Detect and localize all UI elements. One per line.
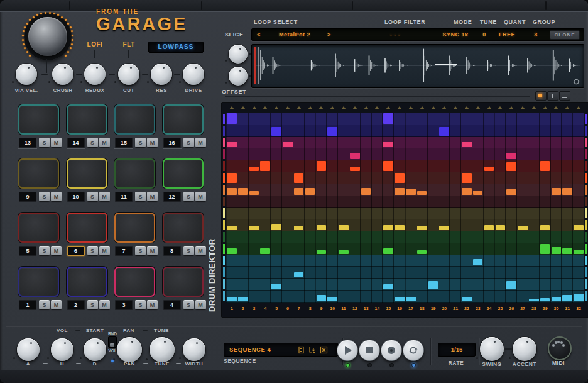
step-cell-pad5-step24[interactable] [484, 167, 494, 171]
step-cell-pad1-step1[interactable] [227, 113, 237, 124]
loop-button[interactable] [403, 340, 424, 361]
accent-marker[interactable] [472, 105, 484, 113]
step-cell-pad12-step18[interactable] [417, 250, 427, 254]
accent-marker[interactable] [327, 105, 338, 113]
step-cell-pad12-step30[interactable] [552, 247, 562, 253]
step-cell-pad6-step1[interactable] [227, 173, 237, 183]
drum-pad-3[interactable] [114, 267, 155, 297]
redux-knob[interactable] [84, 64, 106, 85]
loop-mode-icon[interactable] [572, 78, 580, 86]
step-cell-pad5-step12[interactable] [350, 167, 360, 171]
accent-marker[interactable] [517, 105, 528, 113]
accent-marker[interactable] [450, 105, 461, 113]
step-cell-pad16-step16[interactable] [395, 297, 405, 301]
drum-pad-11[interactable] [114, 158, 155, 189]
quant-value[interactable]: FREE [496, 29, 518, 40]
accent-marker[interactable] [573, 105, 584, 113]
accent-marker[interactable] [416, 105, 428, 113]
step-cell-pad3-step22[interactable] [462, 142, 472, 147]
step-cell-pad5-step3[interactable] [249, 167, 259, 171]
offset-knob[interactable] [229, 67, 248, 86]
mute-button-pad-13[interactable]: M [51, 138, 62, 147]
accent-marker[interactable] [506, 105, 517, 113]
sequencer-row-pad-13[interactable] [226, 255, 584, 267]
step-cell-pad12-step29[interactable] [540, 244, 550, 253]
pad-number-16[interactable]: 16 [163, 138, 181, 148]
accent-marker[interactable] [305, 105, 316, 113]
accent-marker[interactable] [383, 105, 394, 113]
cut-knob[interactable] [118, 64, 139, 85]
step-cell-pad7-step8[interactable] [305, 188, 315, 195]
step-cell-pad1-step15[interactable] [383, 113, 393, 124]
step-cell-pad10-step27[interactable] [518, 226, 528, 230]
accent-marker[interactable] [528, 105, 540, 113]
import-icon[interactable] [308, 346, 317, 354]
step-cell-pad16-step1[interactable] [227, 297, 237, 301]
step-cell-pad10-step16[interactable] [395, 225, 405, 230]
drive-knob[interactable] [183, 64, 204, 85]
solo-button-pad-1[interactable]: S [39, 300, 50, 309]
step-cell-pad4-step12[interactable] [350, 153, 360, 159]
step-cell-pad16-step17[interactable] [406, 297, 416, 301]
pad-number-5[interactable]: 5 [19, 246, 36, 256]
step-sequencer[interactable]: 1234567891011121314151617181920212223242… [221, 102, 588, 318]
sequencer-row-pad-10[interactable] [226, 219, 584, 231]
accent-marker[interactable] [372, 105, 383, 113]
sequencer-row-pad-12[interactable] [226, 243, 584, 255]
step-cell-pad15-step26[interactable] [506, 281, 516, 289]
pad-number-11[interactable]: 11 [115, 192, 133, 202]
step-cell-pad7-step30[interactable] [552, 188, 562, 195]
drum-pad-12[interactable] [163, 158, 204, 189]
step-cell-pad5-step4[interactable] [260, 161, 270, 171]
solo-button-pad-9[interactable]: S [39, 192, 50, 201]
accent-marker[interactable] [271, 105, 282, 113]
accent-marker[interactable] [405, 105, 416, 113]
pad-view-button[interactable] [535, 91, 547, 101]
accent-marker[interactable] [551, 105, 562, 113]
solo-button-pad-14[interactable]: S [87, 138, 98, 147]
step-cell-pad12-step9[interactable] [317, 250, 327, 254]
drum-pad-9[interactable] [18, 158, 59, 189]
mute-button-pad-15[interactable]: M [147, 138, 158, 147]
drum-pad-13[interactable] [18, 104, 59, 135]
step-cell-pad10-step15[interactable] [383, 225, 393, 230]
group-value[interactable]: 3 [531, 29, 541, 40]
solo-button-pad-5[interactable]: S [39, 246, 50, 255]
pad-number-4[interactable]: 4 [163, 300, 181, 310]
sequencer-row-pad-4[interactable] [226, 148, 584, 160]
step-cell-pad2-step20[interactable] [439, 127, 449, 135]
tune-knob[interactable] [150, 337, 175, 362]
step-cell-pad16-step30[interactable] [552, 297, 562, 301]
pad-number-13[interactable]: 13 [19, 138, 36, 148]
solo-button-pad-2[interactable]: S [87, 300, 98, 309]
loop-filter-value[interactable]: - - - [376, 29, 414, 40]
accent-marker[interactable] [484, 105, 495, 113]
sequencer-row-pad-14[interactable] [226, 267, 584, 279]
accent-marker[interactable] [282, 105, 293, 113]
step-cell-pad7-step2[interactable] [238, 188, 248, 195]
step-cell-pad7-step3[interactable] [249, 191, 259, 195]
sequencer-row-pad-3[interactable] [226, 137, 584, 149]
stop-button[interactable] [359, 340, 380, 361]
pan-knob[interactable] [117, 337, 142, 362]
accent-knob[interactable] [513, 337, 536, 361]
master-knob[interactable] [19, 8, 77, 65]
drum-pad-10[interactable] [67, 158, 107, 189]
loop-prev-button[interactable]: < [257, 29, 261, 40]
mute-button-pad-11[interactable]: M [147, 192, 158, 201]
pad-number-7[interactable]: 7 [115, 246, 133, 256]
sequencer-row-pad-1[interactable] [226, 113, 584, 125]
step-cell-pad10-step24[interactable] [484, 225, 494, 230]
step-cell-pad10-step29[interactable] [540, 225, 550, 230]
step-cell-pad16-step32[interactable] [574, 294, 584, 301]
accent-marker[interactable] [495, 105, 506, 113]
drum-pad-7[interactable] [114, 213, 155, 243]
loop-next-button[interactable]: > [327, 29, 331, 40]
solo-button-pad-7[interactable]: S [135, 246, 146, 255]
accent-marker[interactable] [361, 105, 372, 113]
accent-marker[interactable] [562, 105, 573, 113]
switch-lever[interactable] [108, 336, 117, 348]
pad-number-10[interactable]: 10 [67, 192, 85, 202]
sequencer-row-pad-11[interactable] [226, 231, 584, 243]
step-cell-pad12-step11[interactable] [339, 250, 349, 254]
